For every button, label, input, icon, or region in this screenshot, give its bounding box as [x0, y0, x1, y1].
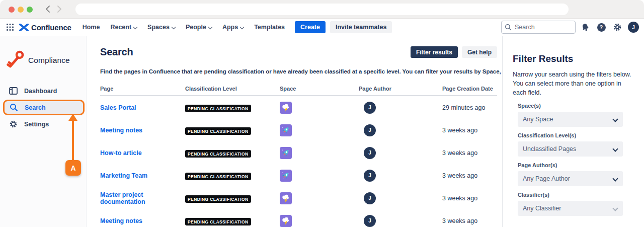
page-link[interactable]: How-to article	[100, 149, 185, 157]
filter-select-value: Any Space	[523, 116, 553, 123]
browser-back-button[interactable]	[41, 3, 53, 15]
dashboard-icon	[9, 87, 18, 95]
space-icon[interactable]	[280, 124, 292, 136]
page-creation-date: 29 minutes ago	[442, 104, 497, 111]
annotation-marker-a: A	[65, 160, 81, 176]
sidebar-item-dashboard[interactable]: Dashboard	[0, 83, 86, 99]
chevron-down-icon	[613, 177, 617, 181]
app-switcher-icon[interactable]	[5, 22, 15, 32]
page-link[interactable]: Master project documentation	[100, 191, 185, 205]
filter-field-label: Space(s)	[518, 103, 634, 109]
create-button[interactable]: Create	[295, 21, 326, 33]
page-link[interactable]: Meeting notes	[100, 217, 185, 224]
top-nav-item[interactable]: Home	[83, 24, 100, 31]
filter-panel-title: Filter Results	[513, 53, 634, 64]
space-icon[interactable]	[280, 215, 292, 227]
compliance-sidebar: Compliance Dashboard Search	[0, 36, 87, 227]
notifications-bell-icon[interactable]	[579, 21, 592, 34]
page-creation-date: 3 weeks ago	[442, 172, 497, 179]
sidebar-item-label: Dashboard	[24, 88, 57, 95]
filter-select[interactable]: Any Classifier	[518, 201, 623, 216]
rocket-icon	[281, 171, 291, 181]
filter-results-button[interactable]: Filter results	[411, 46, 458, 58]
page-link[interactable]: Meeting notes	[100, 127, 185, 134]
classification-badge: PENDING CLASSIFICATION	[185, 105, 251, 112]
help-icon[interactable]: ?	[595, 21, 608, 34]
column-header: Page Creation Date	[442, 86, 497, 92]
rocket-icon	[281, 148, 291, 158]
top-nav-item[interactable]: People	[186, 24, 212, 31]
search-icon	[10, 103, 18, 112]
top-nav-item[interactable]: Templates	[254, 24, 285, 31]
space-icon[interactable]	[280, 170, 292, 182]
space-icon[interactable]	[280, 147, 292, 159]
key-icon	[6, 49, 25, 71]
filter-select[interactable]: Any Space	[518, 112, 623, 127]
close-window-button[interactable]	[9, 7, 15, 13]
author-avatar[interactable]: J	[364, 170, 376, 182]
settings-gear-icon[interactable]	[611, 21, 624, 34]
column-header: Page Author	[359, 86, 442, 92]
space-icon[interactable]	[280, 102, 292, 114]
sidebar-item-label: Search	[25, 104, 46, 111]
page-link[interactable]: Sales Portal	[100, 104, 185, 111]
address-bar[interactable]	[75, 4, 569, 15]
top-nav-item[interactable]: Spaces	[147, 24, 175, 31]
gear-icon	[9, 120, 18, 128]
browser-forward-button[interactable]	[53, 3, 65, 15]
page-description: Find the pages in Confluence that are pe…	[100, 68, 497, 74]
space-icon[interactable]	[280, 192, 292, 204]
table-row: How-to article PENDING CLASSIFICATION	[100, 141, 497, 164]
table-row: Sales Portal PENDING CLASSIFICATION	[100, 96, 497, 119]
filter-select[interactable]: Unclassified Pages	[518, 141, 623, 157]
page-creation-date: 3 weeks ago	[442, 195, 497, 202]
author-avatar[interactable]: J	[364, 215, 376, 227]
global-search	[501, 21, 576, 34]
filter-select[interactable]: Any Page Author	[518, 171, 623, 186]
confluence-logo[interactable]: Confluence	[19, 23, 71, 32]
chevron-down-icon	[240, 25, 244, 29]
storm-cloud-icon	[281, 216, 291, 226]
filter-panel-description: Narrow your search using the filters bel…	[513, 70, 634, 97]
brand-name: Confluence	[31, 23, 71, 32]
storm-cloud-icon	[281, 103, 291, 113]
filter-field-label: Classifier(s)	[518, 192, 634, 198]
table-row: Meeting notes PENDING CLASSIFICATION	[100, 209, 497, 227]
browser-chrome	[0, 0, 644, 19]
storm-cloud-icon	[281, 193, 291, 203]
primary-nav: Home Recent Spaces People Apps Templates	[83, 24, 285, 31]
classification-badge: PENDING CLASSIFICATION	[185, 150, 251, 158]
page-creation-date: 3 weeks ago	[442, 217, 497, 224]
page-title: Search	[100, 46, 133, 58]
filter-field: Page Author(s) Any Page Author	[518, 162, 634, 186]
author-avatar[interactable]: J	[364, 124, 376, 136]
invite-teammates-button[interactable]: Invite teammates	[330, 21, 392, 33]
table-row: Master project documentation PENDING CLA…	[100, 187, 497, 209]
author-avatar[interactable]: J	[364, 147, 376, 159]
author-avatar[interactable]: J	[364, 192, 376, 204]
minimize-window-button[interactable]	[18, 7, 24, 13]
user-avatar[interactable]: J	[628, 22, 639, 33]
maximize-window-button[interactable]	[27, 7, 33, 13]
author-avatar[interactable]: J	[364, 102, 376, 114]
column-header: Classification Level	[185, 86, 280, 92]
chevron-down-icon	[208, 25, 212, 29]
classification-badge: PENDING CLASSIFICATION	[185, 127, 251, 135]
search-icon	[505, 24, 512, 31]
filter-results-panel: Filter Results Narrow your search using …	[502, 36, 644, 227]
filter-select-value: Unclassified Pages	[523, 145, 576, 153]
classification-badge: PENDING CLASSIFICATION	[185, 218, 251, 225]
chevron-down-icon	[613, 206, 617, 210]
filter-field: Classifier(s) Any Classifier	[518, 192, 634, 216]
filter-field-label: Classification Level(s)	[518, 132, 634, 138]
page-link[interactable]: Marketing Team	[100, 172, 185, 179]
column-header: Page	[100, 86, 185, 92]
annotation-arrow-head	[68, 114, 77, 121]
top-nav-item[interactable]: Recent	[110, 24, 137, 31]
top-nav-item[interactable]: Apps	[222, 24, 244, 31]
filter-field: Space(s) Any Space	[518, 103, 634, 127]
chevron-down-icon	[613, 147, 617, 151]
get-help-button[interactable]: Get help	[462, 46, 497, 58]
global-search-input[interactable]	[501, 21, 576, 34]
table-header-row: PageClassification LevelSpacePage Author…	[100, 86, 497, 96]
